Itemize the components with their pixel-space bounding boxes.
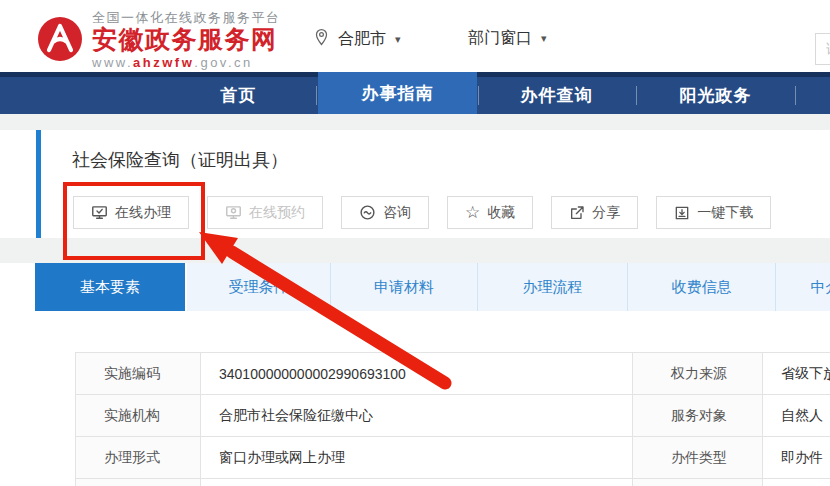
main-nav: 首页 办事指南 办件查询 阳光政务 xyxy=(0,72,830,114)
divider-strip xyxy=(0,238,830,263)
table-value: 自然人 xyxy=(763,395,830,437)
accent-bar xyxy=(36,130,41,238)
chevron-down-icon: ▾ xyxy=(541,33,547,44)
table-value: 340100000000002990693100 xyxy=(201,353,633,395)
table-label xyxy=(633,479,763,486)
consult-button[interactable]: 咨询 xyxy=(341,196,429,229)
nav-item-service-guide[interactable]: 办事指南 xyxy=(318,72,477,114)
download-all-button[interactable]: 一键下载 xyxy=(656,196,771,229)
table-value: 合肥市社会保险征缴中心 xyxy=(201,395,633,437)
table-label: 实施编码 xyxy=(76,353,201,395)
location-pin-icon xyxy=(314,28,329,50)
site-logo-text: 全国一体化在线政务服务平台 安徽政务服务网 www.ahzwfw.gov.cn xyxy=(92,11,281,70)
star-icon: ☆ xyxy=(465,204,480,221)
dept-selector-label: 部门窗口 xyxy=(468,28,532,49)
site-header: 全国一体化在线政务服务平台 安徽政务服务网 www.ahzwfw.gov.cn … xyxy=(0,0,830,72)
detail-tabs: 基本要素 受理条件 申请材料 办理流程 收费信息 中介服务 xyxy=(0,263,830,311)
nav-separator xyxy=(795,86,796,105)
nav-item-open-gov[interactable]: 阳光政务 xyxy=(636,77,795,114)
table-value xyxy=(201,479,633,486)
basic-info-table: 实施编码 340100000000002990693100 权力来源 省级下放至… xyxy=(75,352,830,486)
table-label xyxy=(76,479,201,486)
nav-item-home[interactable]: 首页 xyxy=(159,77,318,114)
tab-materials[interactable]: 申请材料 xyxy=(330,263,477,311)
search-input[interactable] xyxy=(815,33,830,65)
site-name: 安徽政务服务网 xyxy=(92,26,281,54)
table-label: 办件类型 xyxy=(633,437,763,479)
tab-accept-conditions[interactable]: 受理条件 xyxy=(187,263,330,311)
page: 全国一体化在线政务服务平台 安徽政务服务网 www.ahzwfw.gov.cn … xyxy=(0,0,830,486)
nav-item-case-query[interactable]: 办件查询 xyxy=(477,77,636,114)
action-buttons: 在线办理 在线预约 咨询 ☆ 收藏 xyxy=(73,196,771,229)
platform-tagline: 全国一体化在线政务服务平台 xyxy=(92,11,281,25)
table-value: 窗口办理或网上办理 xyxy=(201,437,633,479)
site-url: www.ahzwfw.gov.cn xyxy=(92,56,281,70)
table-value: 即办件 xyxy=(763,437,830,479)
table-value xyxy=(763,479,830,486)
online-reserve-button[interactable]: 在线预约 xyxy=(207,196,323,229)
online-handle-button[interactable]: 在线办理 xyxy=(73,196,189,229)
divider-strip xyxy=(0,114,830,130)
download-icon xyxy=(674,205,690,221)
page-title: 社会保险查询（证明出具） xyxy=(72,148,288,172)
monitor-reserve-icon xyxy=(225,204,242,221)
site-logo-link[interactable]: 全国一体化在线政务服务平台 安徽政务服务网 www.ahzwfw.gov.cn xyxy=(36,11,281,70)
table-label: 权力来源 xyxy=(633,353,763,395)
dept-window-selector[interactable]: 部门窗口 ▾ xyxy=(468,28,547,49)
share-button[interactable]: 分享 xyxy=(551,196,638,229)
chat-icon xyxy=(359,204,376,221)
table-label: 服务对象 xyxy=(633,395,763,437)
tab-process[interactable]: 办理流程 xyxy=(477,263,627,311)
table-label: 办理形式 xyxy=(76,437,201,479)
tab-fees[interactable]: 收费信息 xyxy=(627,263,775,311)
favorite-button[interactable]: ☆ 收藏 xyxy=(447,196,533,229)
city-selector-label: 合肥市 xyxy=(338,29,386,50)
chevron-down-icon: ▾ xyxy=(395,34,401,45)
city-selector[interactable]: 合肥市 ▾ xyxy=(314,28,401,50)
site-logo-icon xyxy=(36,15,84,67)
monitor-check-icon xyxy=(91,204,108,221)
table-label: 实施机构 xyxy=(76,395,201,437)
share-icon xyxy=(569,205,585,221)
tab-intermediary[interactable]: 中介服务 xyxy=(775,263,830,311)
tab-basic-elements[interactable]: 基本要素 xyxy=(35,263,185,311)
table-value: 省级下放至 xyxy=(763,353,830,395)
